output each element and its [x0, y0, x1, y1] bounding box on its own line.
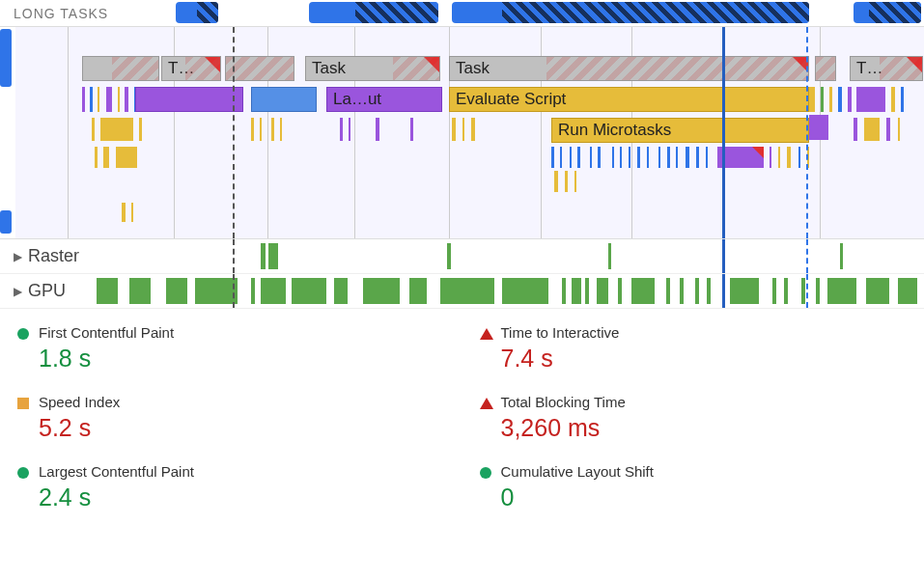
long-task-block[interactable]	[176, 2, 218, 23]
task-block[interactable]	[82, 56, 159, 81]
script-block[interactable]: Evaluate Script	[449, 87, 809, 112]
task-label: Task	[312, 59, 346, 78]
long-tasks-label: LONG TASKS	[0, 6, 174, 21]
long-tasks-row: LONG TASKS	[0, 0, 924, 27]
metric-value: 1.8 s	[39, 345, 443, 373]
long-task-block[interactable]	[452, 2, 809, 23]
timeline-marker-dashed	[233, 239, 235, 273]
status-bad-icon	[480, 398, 493, 409]
layout-block[interactable]	[135, 87, 243, 112]
task-block[interactable]	[225, 56, 294, 81]
layout-block[interactable]: La…ut	[326, 87, 442, 112]
task-block[interactable]: T…	[161, 56, 221, 81]
status-good-icon	[17, 328, 29, 340]
metric-value: 7.4 s	[501, 345, 906, 373]
gpu-track[interactable]: ▶ GPU	[0, 274, 924, 309]
evaluate-script-label: Evaluate Script	[456, 90, 566, 109]
metric-cls[interactable]: Cumulative Layout Shift 0	[462, 454, 925, 523]
metric-name: Cumulative Layout Shift	[501, 463, 906, 480]
metric-value: 3,260 ms	[501, 414, 906, 442]
task-block[interactable]: Task	[449, 56, 809, 81]
flame-stripe-row[interactable]	[340, 118, 436, 141]
long-task-block[interactable]	[309, 2, 438, 23]
gpu-label: GPU	[28, 281, 96, 301]
long-task-block[interactable]	[854, 2, 921, 23]
metric-name: Total Blocking Time	[501, 394, 906, 410]
metric-si[interactable]: Speed Index 5.2 s	[0, 384, 462, 454]
flame-stripe-row[interactable]	[551, 147, 809, 168]
gpu-marks	[97, 278, 924, 304]
timeline-marker-blue-dashed[interactable]	[806, 27, 808, 238]
flame-stripe-row[interactable]	[251, 118, 301, 141]
raster-marks	[97, 243, 924, 269]
timeline-cursor	[722, 274, 725, 308]
metric-tti[interactable]: Time to Interactive 7.4 s	[462, 315, 925, 384]
metric-name: First Contentful Paint	[39, 324, 443, 341]
flame-stripe-row[interactable]	[92, 118, 146, 141]
raster-label: Raster	[28, 246, 96, 266]
flame-block[interactable]	[251, 87, 317, 112]
timeline-cursor	[722, 239, 725, 273]
metric-name: Time to Interactive	[501, 324, 906, 341]
flame-stripe-row[interactable]	[854, 118, 921, 141]
metric-fcp[interactable]: First Contentful Paint 1.8 s	[0, 315, 462, 384]
expand-icon[interactable]: ▶	[0, 250, 28, 263]
flame-stripe-row[interactable]	[95, 147, 143, 168]
task-block[interactable]: T…	[850, 56, 923, 81]
flame-chart[interactable]: T… Task Task T… La…ut Evaluate Script	[0, 27, 924, 239]
task-block[interactable]: Task	[305, 56, 440, 81]
task-label: Task	[456, 59, 490, 78]
layout-label: La…ut	[333, 90, 381, 109]
status-good-icon	[17, 467, 29, 479]
metrics-panel: First Contentful Paint 1.8 s Time to Int…	[0, 309, 924, 523]
flame-left-scroll[interactable]	[0, 210, 12, 234]
status-bad-icon	[480, 328, 493, 340]
status-warn-icon	[17, 398, 29, 409]
timeline-marker-blue-dashed	[806, 239, 808, 273]
metric-value: 5.2 s	[39, 414, 443, 442]
timeline-marker-blue-dashed	[806, 274, 808, 308]
metric-value: 2.4 s	[39, 483, 443, 511]
status-good-icon	[480, 467, 491, 479]
timeline-marker-dashed[interactable]	[233, 27, 235, 238]
flame-stripe-row[interactable]	[122, 203, 135, 222]
metric-value: 0	[501, 483, 906, 511]
metric-tbt[interactable]: Total Blocking Time 3,260 ms	[462, 384, 925, 454]
metric-name: Speed Index	[39, 394, 443, 410]
flame-stripe-row[interactable]	[809, 87, 924, 112]
raster-track[interactable]: ▶ Raster	[0, 239, 924, 274]
flame-stripe-row[interactable]	[452, 118, 548, 141]
task-block[interactable]	[815, 56, 836, 81]
metric-lcp[interactable]: Largest Contentful Paint 2.4 s	[0, 454, 462, 523]
expand-icon[interactable]: ▶	[0, 285, 28, 298]
flame-left-scroll[interactable]	[0, 29, 12, 87]
microtasks-block[interactable]: Run Microtasks	[551, 118, 809, 143]
timeline-cursor[interactable]	[722, 27, 725, 238]
run-microtasks-label: Run Microtasks	[558, 121, 671, 140]
timeline-marker-dashed	[233, 274, 235, 308]
metric-name: Largest Contentful Paint	[39, 463, 443, 480]
